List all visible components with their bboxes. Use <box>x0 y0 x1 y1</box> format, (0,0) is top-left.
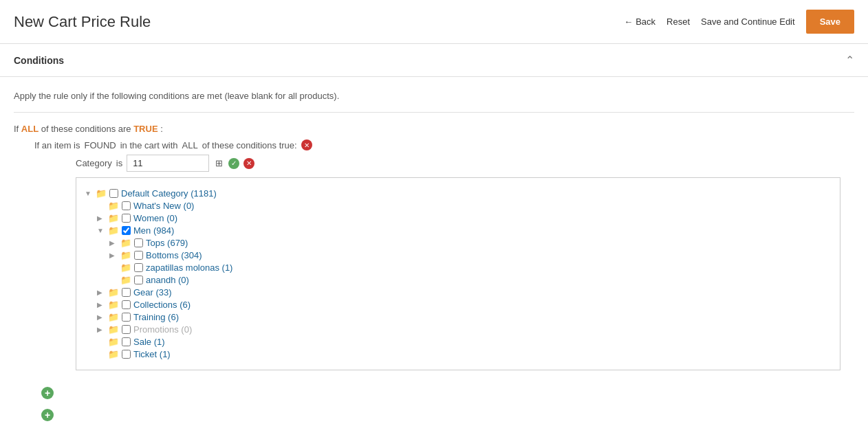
root-suffix-text: of these conditions are <box>41 124 133 134</box>
category-tree: ▼ 📁 Default Category (1181) 📁 What's New… <box>76 177 840 370</box>
arrow-left-icon: ← <box>624 16 633 27</box>
label-gear[interactable]: Gear (33) <box>133 287 172 298</box>
folder-icon-zapatillas: 📁 <box>120 262 131 273</box>
tree-node-zapatillas: 📁 zapatillas molonas (1) <box>109 262 832 273</box>
category-condition-line: Category is ⊞ ✓ ✕ <box>76 155 854 172</box>
checkbox-promotions[interactable] <box>122 325 131 334</box>
sub-found-keyword[interactable]: FOUND <box>84 140 116 150</box>
tree-node-promotions: ▶ 📁 Promotions (0) <box>97 324 832 335</box>
grid-icon[interactable]: ⊞ <box>213 158 224 169</box>
tree-node-anandh: 📁 anandh (0) <box>109 275 832 285</box>
conditions-section-title: Conditions <box>14 55 64 66</box>
label-training[interactable]: Training (6) <box>133 312 179 322</box>
tree-node-ticket: 📁 Ticket (1) <box>97 349 832 359</box>
label-ticket[interactable]: Ticket (1) <box>133 349 171 359</box>
confirm-category-button[interactable]: ✓ <box>228 158 239 169</box>
category-value-input[interactable] <box>127 155 209 172</box>
reset-button[interactable]: Reset <box>666 16 690 27</box>
tree-node-bottoms: ▶ 📁 Bottoms (304) <box>109 250 832 260</box>
sub-if-text: If an item is <box>34 140 80 150</box>
folder-icon-men: 📁 <box>108 225 119 236</box>
checkbox-zapatillas[interactable] <box>134 263 143 272</box>
label-sale[interactable]: Sale (1) <box>133 337 165 347</box>
checkbox-default[interactable] <box>109 189 118 198</box>
root-condition-line: If ALL of these conditions are TRUE : <box>14 124 854 134</box>
toggle-training[interactable]: ▶ <box>97 313 107 321</box>
folder-icon-promotions: 📁 <box>108 324 119 335</box>
main-content: Conditions ⌃ Apply the rule only if the … <box>0 44 868 426</box>
tree-children-default: 📁 What's New (0) ▶ 📁 Women (0) ▼ <box>97 201 832 359</box>
save-button[interactable]: Save <box>806 10 854 34</box>
toggle-bottoms[interactable]: ▶ <box>109 251 119 259</box>
add-condition-button[interactable]: + <box>41 387 54 399</box>
checkbox-women[interactable] <box>122 214 131 223</box>
checkbox-whats-new[interactable] <box>122 201 131 210</box>
label-default[interactable]: Default Category (1181) <box>121 188 217 199</box>
toggle-default[interactable]: ▼ <box>85 190 94 197</box>
toggle-gear[interactable]: ▶ <box>97 289 107 296</box>
folder-icon-default: 📁 <box>96 188 107 199</box>
sub-condition-line: If an item is FOUND in the cart with ALL… <box>34 139 854 150</box>
label-men[interactable]: Men (984) <box>133 225 174 236</box>
page-title: New Cart Price Rule <box>14 13 151 31</box>
root-if-text: If <box>14 124 21 134</box>
label-zapatillas[interactable]: zapatillas molonas (1) <box>146 262 232 273</box>
tree-node-default: ▼ 📁 Default Category (1181) <box>85 188 832 199</box>
conditions-description: Apply the rule only if the following con… <box>14 91 854 113</box>
checkbox-collections[interactable] <box>122 300 131 309</box>
tree-node-gear: ▶ 📁 Gear (33) <box>97 287 832 298</box>
folder-icon-collections: 📁 <box>108 300 119 310</box>
tree-children-men: ▶ 📁 Tops (679) ▶ 📁 Bottoms (304) <box>109 238 832 285</box>
root-true-keyword[interactable]: TRUE <box>133 124 158 134</box>
tree-node-tops: ▶ 📁 Tops (679) <box>109 238 832 248</box>
header-actions: ← Back Reset Save and Continue Edit Save <box>624 10 854 34</box>
sub-condition-block: If an item is FOUND in the cart with ALL… <box>34 139 854 370</box>
label-women[interactable]: Women (0) <box>133 213 177 223</box>
toggle-collections[interactable]: ▶ <box>97 301 107 309</box>
tree-node-women: ▶ 📁 Women (0) <box>97 213 832 223</box>
add-condition-button-2[interactable]: + <box>41 409 54 421</box>
category-label: Category <box>76 158 112 168</box>
remove-sub-condition-button[interactable]: ✕ <box>301 139 312 150</box>
tree-node-training: ▶ 📁 Training (6) <box>97 312 832 322</box>
conditions-section-header[interactable]: Conditions ⌃ <box>0 44 868 77</box>
root-all-keyword[interactable]: ALL <box>21 124 39 134</box>
label-bottoms[interactable]: Bottoms (304) <box>146 250 202 260</box>
checkbox-tops[interactable] <box>134 238 143 247</box>
toggle-men[interactable]: ▼ <box>97 227 107 234</box>
label-promotions[interactable]: Promotions (0) <box>133 324 192 335</box>
sub-all-keyword[interactable]: ALL <box>182 140 198 150</box>
save-continue-button[interactable]: Save and Continue Edit <box>701 16 795 27</box>
folder-icon-whats-new: 📁 <box>108 201 119 211</box>
checkbox-men[interactable] <box>122 226 131 235</box>
tree-node-men: ▼ 📁 Men (984) <box>97 225 832 236</box>
collapse-icon: ⌃ <box>845 54 854 67</box>
category-is-label: is <box>116 158 122 168</box>
folder-icon-sale: 📁 <box>108 337 119 347</box>
toggle-women[interactable]: ▶ <box>97 214 107 222</box>
folder-icon-training: 📁 <box>108 312 119 322</box>
checkbox-gear[interactable] <box>122 288 131 297</box>
folder-icon-tops: 📁 <box>120 238 131 248</box>
toggle-tops[interactable]: ▶ <box>109 239 119 247</box>
checkbox-sale[interactable] <box>122 337 131 346</box>
root-colon: : <box>160 124 163 134</box>
checkbox-ticket[interactable] <box>122 350 131 359</box>
folder-icon-women: 📁 <box>108 213 119 223</box>
label-collections[interactable]: Collections (6) <box>133 300 191 310</box>
remove-category-button[interactable]: ✕ <box>243 158 254 169</box>
label-whats-new[interactable]: What's New (0) <box>133 201 194 211</box>
folder-icon-ticket: 📁 <box>108 349 119 359</box>
tree-node-sale: 📁 Sale (1) <box>97 337 832 347</box>
back-button[interactable]: ← Back <box>624 16 655 27</box>
checkbox-anandh[interactable] <box>134 276 143 284</box>
checkbox-training[interactable] <box>122 313 131 322</box>
tree-node-whats-new: 📁 What's New (0) <box>97 201 832 211</box>
sub-middle-text: in the cart with <box>120 140 178 150</box>
label-anandh[interactable]: anandh (0) <box>146 275 189 285</box>
checkbox-bottoms[interactable] <box>134 251 143 260</box>
toggle-promotions[interactable]: ▶ <box>97 326 107 333</box>
label-tops[interactable]: Tops (679) <box>146 238 188 248</box>
conditions-section-body: Apply the rule only if the following con… <box>0 77 868 426</box>
page-header: New Cart Price Rule ← Back Reset Save an… <box>0 0 868 44</box>
